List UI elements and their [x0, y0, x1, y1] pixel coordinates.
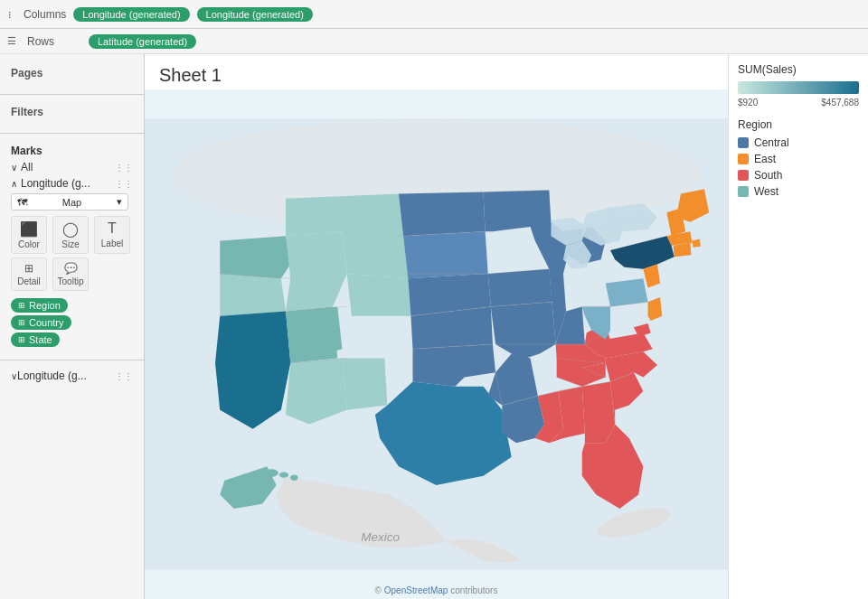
east-label: East: [754, 153, 776, 165]
longitude-bottom-label: Longitude (g...: [17, 370, 87, 382]
longitude-bottom-section: ∨ Longitude (g... ⋮⋮: [0, 366, 144, 386]
tooltip-button[interactable]: 💬 Tooltip: [52, 257, 89, 291]
content-area: Sheet 1 Mexico: [145, 54, 728, 599]
sidebar: Pages Filters Marks ∨ All ⋮⋮ ∧ Longitude…: [0, 54, 145, 599]
south-color-box: [738, 170, 749, 181]
size-label: Size: [61, 239, 79, 249]
color-label: Color: [18, 239, 40, 249]
marks-header: Marks: [11, 145, 133, 157]
east-color-box: [738, 154, 749, 164]
label-icon: T: [108, 220, 117, 237]
central-color-box: [738, 137, 749, 148]
rows-label: Rows: [27, 35, 81, 48]
detail-label: Detail: [17, 276, 41, 286]
legend-min-value: $920: [738, 98, 758, 108]
pages-title: Pages: [11, 67, 133, 80]
marks-buttons: ⬛ Color ◯ Size T Label: [11, 216, 133, 254]
label-button[interactable]: T Label: [94, 216, 130, 254]
color-icon: ⬛: [20, 220, 38, 238]
marks-all-row: ∨ All ⋮⋮: [11, 161, 133, 173]
map-container[interactable]: Mexico: [145, 89, 728, 599]
west-color-box: [738, 186, 749, 197]
tooltip-icon: 💬: [64, 262, 78, 275]
state-pill-label: State: [29, 334, 52, 345]
columns-pill-1[interactable]: Longitude (generated): [73, 7, 189, 22]
rows-icon: ☰: [7, 35, 16, 47]
divider-2: [0, 133, 144, 134]
legend-item-east: East: [738, 153, 859, 165]
svg-point-30: [290, 475, 297, 481]
central-label: Central: [754, 136, 789, 149]
map-dropdown-label: Map: [62, 197, 81, 208]
map-dropdown-container[interactable]: 🗺 Map ▾: [11, 193, 133, 211]
south-label: South: [754, 169, 782, 182]
state-pill-icon: ⊞: [18, 335, 25, 344]
map-dropdown[interactable]: 🗺 Map ▾: [11, 193, 128, 211]
label-label: Label: [101, 239, 123, 248]
filters-section: Filters: [0, 100, 144, 127]
legend-range: $920 $457,688: [738, 98, 859, 108]
svg-point-29: [279, 472, 288, 477]
legend-item-central: Central: [738, 136, 859, 149]
detail-button[interactable]: ⊞ Detail: [11, 257, 47, 291]
color-button[interactable]: ⬛ Color: [11, 216, 47, 254]
west-label: West: [754, 185, 778, 198]
legend-item-west: West: [738, 185, 859, 198]
detail-icon: ⊞: [24, 262, 33, 275]
filters-title: Filters: [11, 106, 133, 118]
openstreetmap-link[interactable]: OpenStreetMap: [384, 585, 448, 595]
tooltip-label: Tooltip: [58, 276, 84, 286]
sum-sales-title: SUM(Sales): [738, 63, 859, 76]
marks-detail-row: ⊞ Detail 💬 Tooltip: [11, 257, 133, 291]
rows-shelf: ☰ Rows Latitude (generated): [0, 29, 868, 54]
region-pill[interactable]: ⊞ Region: [11, 298, 68, 313]
columns-pill-2[interactable]: Longitude (generated): [197, 7, 313, 22]
region-legend-title: Region: [738, 118, 859, 131]
pages-section: Pages: [0, 61, 144, 89]
size-button[interactable]: ◯ Size: [52, 216, 89, 254]
all-label: All: [21, 161, 33, 173]
region-pill-icon: ⊞: [18, 301, 25, 310]
marks-longitude-row: ∧ Longitude (g... ⋮⋮: [11, 177, 133, 190]
columns-icon: ⫶: [7, 9, 13, 20]
columns-shelf: ⫶ Columns Longitude (generated) Longitud…: [0, 0, 868, 29]
country-pill-label: Country: [29, 317, 64, 328]
rows-pill[interactable]: Latitude (generated): [89, 34, 196, 49]
marks-title: Marks: [11, 145, 42, 157]
dropdown-arrow-icon: ▾: [117, 196, 122, 208]
region-pill-label: Region: [29, 300, 61, 311]
marks-section: Marks ∨ All ⋮⋮ ∧ Longitude (g... ⋮⋮ 🗺 Ma…: [0, 139, 144, 354]
map-credit: © OpenStreetMap contributors: [375, 585, 498, 595]
country-pill-icon: ⊞: [18, 318, 25, 327]
legend-item-south: South: [738, 169, 859, 182]
longitude-bottom-header: ∨ Longitude (g... ⋮⋮: [11, 370, 133, 382]
drag-pills: ⊞ Region ⊞ Country ⊞ State: [11, 298, 133, 347]
mexico-label: Mexico: [361, 530, 400, 544]
legend-max-value: $457,688: [821, 98, 859, 108]
size-icon: ◯: [62, 220, 79, 238]
main-area: Pages Filters Marks ∨ All ⋮⋮ ∧ Longitude…: [0, 54, 868, 599]
sheet-title: Sheet 1: [145, 54, 728, 89]
country-pill[interactable]: ⊞ Country: [11, 315, 71, 330]
state-pill[interactable]: ⊞ State: [11, 332, 60, 347]
columns-label: Columns: [24, 8, 66, 21]
legend-gradient: [738, 81, 859, 94]
legend-panel: SUM(Sales) $920 $457,688 Region Central …: [728, 54, 868, 599]
longitude-label-top: Longitude (g...: [21, 177, 90, 190]
map-svg: Mexico: [145, 89, 728, 599]
divider-1: [0, 94, 144, 95]
divider-3: [0, 360, 144, 360]
